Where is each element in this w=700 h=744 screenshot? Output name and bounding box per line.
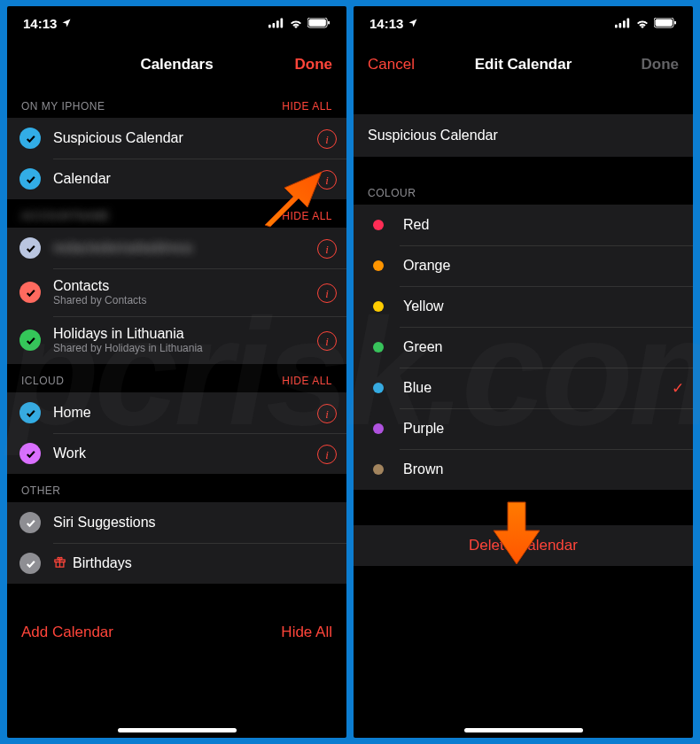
battery-icon (307, 16, 331, 31)
calendar-row-home[interactable]: Home i (7, 392, 346, 433)
checkmark-badge[interactable] (19, 402, 41, 423)
wifi-icon (289, 16, 303, 31)
nav-bar: Calendars Done (7, 40, 346, 89)
checkmark-badge[interactable] (19, 553, 41, 574)
bottom-actions: Add Calendar Hide All (7, 608, 346, 656)
colour-name: Blue (403, 380, 663, 396)
calendar-row-calendar[interactable]: Calendar i (7, 159, 346, 199)
calendar-name: Work (53, 446, 307, 461)
calendar-row-redacted[interactable]: redactedemailaddress i (7, 228, 346, 268)
calendar-row-holidays[interactable]: Holidays in Lithuania Shared by Holidays… (7, 316, 346, 364)
section-label-onmy: ON MY IPHONE (21, 100, 105, 112)
svg-rect-6 (328, 20, 330, 24)
colour-option-purple[interactable]: Purple (354, 408, 693, 449)
info-button[interactable]: i (307, 282, 346, 304)
calendar-name: Contacts (53, 278, 307, 294)
hide-all-onmy[interactable]: HIDE ALL (282, 100, 332, 112)
info-button[interactable]: i (307, 168, 346, 190)
colour-name: Brown (403, 461, 693, 477)
calendar-name: Siri Suggestions (53, 515, 346, 531)
calendar-name: redactedemailaddress (53, 240, 307, 256)
calendar-name: Holidays in Lithuania (53, 326, 307, 342)
edit-content[interactable]: Suspicious Calendar COLOUR Red Orange Ye… (354, 89, 693, 738)
status-bar: 14:13 (7, 6, 346, 40)
svg-rect-10 (615, 24, 618, 27)
hide-all-icloud[interactable]: HIDE ALL (282, 375, 332, 387)
colour-name: Yellow (403, 298, 693, 314)
svg-rect-2 (276, 20, 279, 27)
calendar-name: Suspicious Calendar (53, 130, 307, 146)
colour-name: Red (403, 217, 693, 233)
colour-dot-icon (373, 383, 384, 393)
colour-dot-icon (373, 423, 384, 434)
info-button[interactable]: i (307, 237, 346, 260)
info-button[interactable]: i (307, 329, 346, 352)
colour-dot-icon (373, 260, 384, 271)
nav-bar: Cancel Edit Calendar Done (354, 40, 693, 89)
colour-option-red[interactable]: Red (354, 205, 693, 245)
colour-option-green[interactable]: Green (354, 327, 693, 368)
colour-option-brown[interactable]: Brown (354, 449, 693, 490)
info-button[interactable]: i (307, 443, 346, 465)
status-time: 14:13 (369, 16, 403, 31)
hide-all-account[interactable]: HIDE ALL (282, 210, 332, 222)
svg-rect-5 (308, 19, 325, 26)
colour-dot-icon (373, 342, 384, 353)
location-icon (408, 16, 418, 31)
calendar-row-siri[interactable]: Siri Suggestions (7, 502, 346, 543)
home-indicator[interactable] (118, 728, 237, 732)
calendar-row-contacts[interactable]: Contacts Shared by Contacts i (7, 268, 346, 316)
colour-option-orange[interactable]: Orange (354, 245, 693, 286)
svg-rect-3 (281, 18, 284, 27)
colour-name: Orange (403, 258, 693, 274)
checkmark-badge[interactable] (19, 168, 41, 190)
status-bar: 14:13 (354, 6, 693, 40)
location-icon (61, 16, 72, 31)
battery-icon (654, 16, 677, 31)
status-time: 14:13 (23, 16, 57, 31)
checkmark-badge[interactable] (19, 282, 41, 303)
colour-name: Green (403, 339, 693, 355)
calendar-subtitle: Shared by Holidays in Lithuania (53, 342, 307, 354)
svg-rect-15 (655, 19, 672, 26)
add-calendar-button[interactable]: Add Calendar (21, 624, 113, 641)
colour-dot-icon (373, 301, 384, 312)
info-button[interactable]: i (307, 128, 346, 150)
calendar-row-suspicious[interactable]: Suspicious Calendar i (7, 118, 346, 159)
calendar-row-work[interactable]: Work i (7, 433, 346, 474)
svg-rect-12 (623, 20, 626, 27)
cellular-icon (268, 16, 284, 31)
checkmark-badge[interactable] (19, 512, 41, 533)
edit-calendar-screen: 14:13 Cancel Edit Calendar Done Suspicio… (354, 6, 693, 738)
gift-icon (53, 555, 66, 571)
checkmark-badge[interactable] (19, 329, 41, 351)
calendar-subtitle: Shared by Contacts (53, 294, 307, 306)
section-label-other: OTHER (21, 484, 61, 497)
colour-option-yellow[interactable]: Yellow (354, 286, 693, 327)
hide-all-button[interactable]: Hide All (281, 624, 332, 641)
calendar-row-birthdays[interactable]: Birthdays (7, 543, 346, 584)
svg-rect-0 (268, 24, 271, 27)
calendar-list[interactable]: ON MY IPHONE HIDE ALL Suspicious Calenda… (7, 89, 346, 738)
nav-title: Calendars (74, 56, 279, 74)
section-label-icloud: ICLOUD (21, 375, 64, 387)
home-indicator[interactable] (464, 728, 583, 732)
checkmark-badge[interactable] (19, 128, 41, 149)
svg-rect-1 (273, 23, 276, 27)
checkmark-badge[interactable] (19, 443, 41, 464)
calendar-name: Birthdays (73, 555, 346, 571)
colour-option-blue[interactable]: Blue ✓ (354, 368, 693, 408)
checkmark-badge[interactable] (19, 237, 41, 259)
done-button[interactable]: Done (279, 56, 332, 74)
colour-name: Purple (403, 421, 693, 437)
cancel-button[interactable]: Cancel (368, 56, 421, 74)
done-button-disabled: Done (626, 56, 679, 74)
section-label-account: ACCOUNTNAME (21, 210, 110, 222)
colour-dot-icon (373, 464, 384, 475)
delete-calendar-button[interactable]: Delete Calendar (354, 525, 693, 566)
calendar-name-field[interactable]: Suspicious Calendar (354, 114, 693, 157)
section-label-colour: COLOUR (368, 187, 416, 199)
info-button[interactable]: i (307, 402, 346, 424)
calendar-name: Calendar (53, 171, 307, 187)
calendar-name: Home (53, 405, 307, 421)
